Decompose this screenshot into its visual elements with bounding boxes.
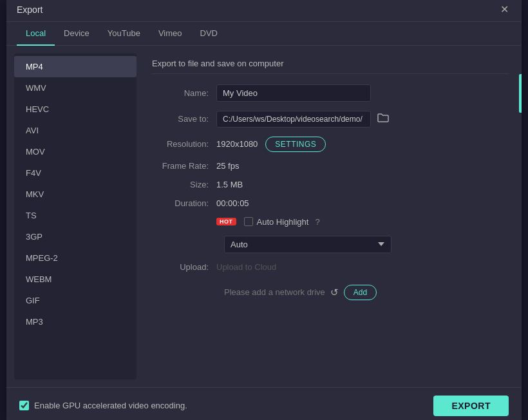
add-button[interactable]: Add bbox=[344, 285, 377, 300]
close-button[interactable]: ✕ bbox=[498, 3, 511, 16]
resolution-label: Resolution: bbox=[152, 139, 216, 149]
resolution-value: 1920x1080 bbox=[216, 139, 258, 149]
save-to-label: Save to: bbox=[152, 114, 216, 124]
frame-rate-row: Frame Rate: 25 fps bbox=[152, 161, 509, 171]
format-avi[interactable]: AVI bbox=[14, 120, 137, 141]
size-label: Size: bbox=[152, 180, 216, 189]
tab-device[interactable]: Device bbox=[55, 22, 99, 46]
gpu-label: Enable GPU accelerated video encoding. bbox=[34, 401, 187, 410]
tabs-bar: Local Device YouTube Vimeo DVD bbox=[6, 22, 522, 46]
export-dialog: Export ✕ Local Device YouTube Vimeo DVD … bbox=[6, 0, 522, 420]
tab-local[interactable]: Local bbox=[17, 22, 55, 46]
upload-row: Upload: Upload to Cloud bbox=[152, 262, 509, 272]
resolution-row: Resolution: 1920x1080 SETTINGS bbox=[152, 137, 509, 152]
save-path-display: C:/Users/ws/Desktop/videosearch/demo/ bbox=[216, 111, 371, 128]
export-button[interactable]: EXPORT bbox=[433, 396, 509, 416]
duration-row: Duration: 00:00:05 bbox=[152, 198, 509, 208]
format-mpeg2[interactable]: MPEG-2 bbox=[14, 247, 137, 269]
gpu-row: Enable GPU accelerated video encoding. bbox=[19, 401, 187, 410]
name-row: Name: bbox=[152, 84, 509, 102]
auto-dropdown-row: Auto Low Medium High bbox=[152, 236, 509, 253]
title-bar: Export ✕ bbox=[6, 0, 522, 22]
auto-highlight-checkbox[interactable] bbox=[244, 217, 253, 226]
format-mkv[interactable]: MKV bbox=[14, 184, 137, 205]
network-drive-row: Please add a network drive ↺ Add bbox=[152, 285, 509, 300]
tab-dvd[interactable]: DVD bbox=[191, 22, 227, 46]
format-gif[interactable]: GIF bbox=[14, 290, 137, 311]
name-input[interactable] bbox=[216, 84, 371, 102]
folder-browse-button[interactable] bbox=[375, 111, 391, 126]
save-to-row: Save to: C:/Users/ws/Desktop/videosearch… bbox=[152, 111, 509, 128]
size-row: Size: 1.5 MB bbox=[152, 180, 509, 189]
tab-youtube[interactable]: YouTube bbox=[99, 22, 149, 46]
format-mp4[interactable]: MP4 bbox=[14, 56, 137, 77]
auto-dropdown[interactable]: Auto Low Medium High bbox=[224, 236, 391, 253]
accent-bar bbox=[519, 74, 522, 113]
gpu-checkbox[interactable] bbox=[19, 401, 29, 410]
format-3gp[interactable]: 3GP bbox=[14, 226, 137, 247]
duration-value: 00:00:05 bbox=[216, 198, 249, 208]
frame-rate-value: 25 fps bbox=[216, 161, 239, 171]
settings-button[interactable]: SETTINGS bbox=[265, 137, 326, 152]
hot-badge: HOT bbox=[216, 218, 236, 225]
auto-highlight-row: HOT Auto Highlight ? bbox=[152, 217, 509, 227]
size-value: 1.5 MB bbox=[216, 180, 243, 189]
format-mov[interactable]: MOV bbox=[14, 141, 137, 162]
footer: Enable GPU accelerated video encoding. E… bbox=[6, 387, 522, 421]
name-label: Name: bbox=[152, 88, 216, 98]
frame-rate-label: Frame Rate: bbox=[152, 161, 216, 171]
upload-to-cloud-label: Upload to Cloud bbox=[216, 262, 276, 272]
format-f4v[interactable]: F4V bbox=[14, 162, 137, 184]
format-ts[interactable]: TS bbox=[14, 205, 137, 226]
format-webm[interactable]: WEBM bbox=[14, 269, 137, 290]
main-panel: Export to file and save on computer Name… bbox=[144, 53, 514, 379]
help-icon[interactable]: ? bbox=[315, 217, 319, 227]
network-drive-text: Please add a network drive bbox=[224, 287, 325, 297]
format-wmv[interactable]: WMV bbox=[14, 77, 137, 99]
format-mp3[interactable]: MP3 bbox=[14, 311, 137, 332]
dialog-title: Export bbox=[17, 5, 42, 15]
refresh-icon[interactable]: ↺ bbox=[330, 287, 339, 298]
duration-label: Duration: bbox=[152, 198, 216, 208]
upload-label: Upload: bbox=[152, 262, 216, 272]
section-title: Export to file and save on computer bbox=[152, 59, 509, 74]
format-list: MP4 WMV HEVC AVI MOV F4V MKV TS 3GP MPEG… bbox=[14, 53, 137, 379]
format-hevc[interactable]: HEVC bbox=[14, 99, 137, 120]
tab-vimeo[interactable]: Vimeo bbox=[149, 22, 191, 46]
content-area: MP4 WMV HEVC AVI MOV F4V MKV TS 3GP MPEG… bbox=[6, 46, 522, 387]
auto-highlight-label: Auto Highlight bbox=[257, 217, 309, 227]
